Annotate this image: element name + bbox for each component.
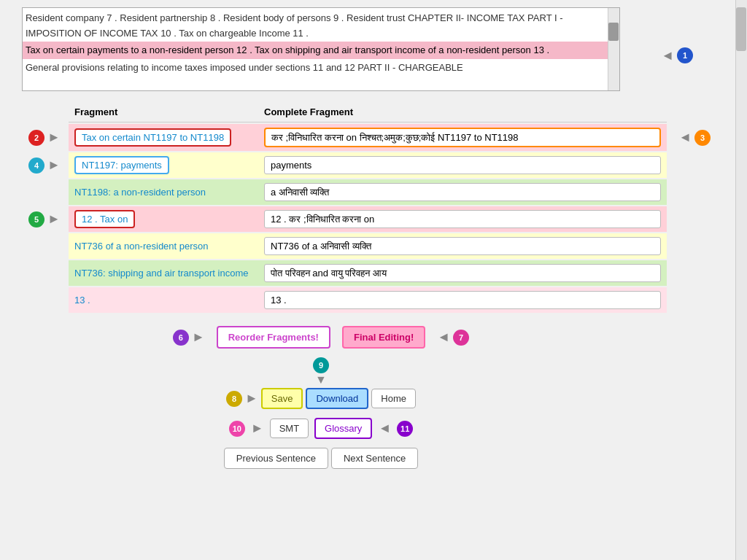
cell-complete-3 bbox=[258, 179, 667, 205]
reorder-button[interactable]: Reorder Fragments! bbox=[217, 326, 330, 349]
badge-4: 4 bbox=[28, 158, 44, 174]
badge-7: 7 bbox=[453, 330, 469, 346]
text-line-3: General provisions relating to income ta… bbox=[26, 61, 605, 76]
scrollbar-thumb bbox=[736, 7, 746, 51]
fragment-label-5: NT736 of a non-resident person bbox=[74, 241, 209, 252]
page: Resident company 7 . Resident partnershi… bbox=[0, 0, 747, 560]
save-download-row: 8 ► Save Download Home bbox=[226, 388, 416, 409]
badge-2: 2 bbox=[28, 130, 44, 146]
badge-6: 6 bbox=[173, 330, 189, 346]
badge-6-area: 6 ► bbox=[173, 330, 205, 346]
fragment-label-3: NT1198: a non-resident person bbox=[74, 187, 206, 198]
cell-fragment-5: NT736 of a non-resident person bbox=[69, 233, 258, 259]
download-badge-container: 9 ▼ bbox=[313, 357, 329, 386]
fragment-label-2: NT1197: payments bbox=[74, 156, 169, 174]
smt-glossary-row: 10 ► SMT Glossary ◄ 11 bbox=[229, 418, 413, 439]
download-button[interactable]: Download bbox=[306, 388, 368, 409]
cell-complete-1 bbox=[258, 124, 667, 151]
cell-complete-7 bbox=[258, 287, 667, 313]
text-line-2-highlighted: Tax on certain payments to a non-residen… bbox=[23, 42, 608, 60]
cell-fragment-1: Tax on certain NT1197 to NT1198 bbox=[69, 124, 258, 151]
text-scrollbar[interactable] bbox=[608, 8, 619, 90]
badge-11: 11 bbox=[397, 421, 413, 437]
reorder-final-row: 6 ► Reorder Fragments! Final Editing! ◄ … bbox=[173, 326, 469, 349]
cell-complete-2 bbox=[258, 152, 667, 178]
nav-row: Previous Sentence Next Sentence bbox=[224, 448, 418, 469]
fragment-label-7: 13 . bbox=[74, 295, 90, 306]
badge-5: 5 bbox=[28, 211, 44, 228]
text-line-1: Resident company 7 . Resident partnershi… bbox=[26, 11, 605, 42]
home-button[interactable]: Home bbox=[371, 389, 416, 408]
final-editing-button[interactable]: Final Editing! bbox=[342, 326, 425, 349]
table-row: 5 ► 12 . Tax on bbox=[69, 206, 667, 232]
cell-complete-5 bbox=[258, 233, 667, 259]
table-row: 13 . bbox=[69, 287, 667, 313]
table-row: NT1198: a non-resident person bbox=[69, 179, 667, 205]
badge-3-container: ◄ 3 bbox=[678, 130, 711, 146]
complete-input-4[interactable] bbox=[264, 210, 661, 228]
fragment-label-4: 12 . Tax on bbox=[74, 210, 135, 228]
badge-1: 1 bbox=[677, 47, 693, 63]
badge-3: 3 bbox=[694, 130, 711, 146]
complete-input-6[interactable] bbox=[264, 264, 661, 282]
badge-8: 8 bbox=[226, 391, 242, 407]
next-sentence-button[interactable]: Next Sentence bbox=[331, 448, 418, 469]
col-header-complete: Complete Fragment bbox=[258, 102, 667, 122]
page-scrollbar[interactable] bbox=[735, 0, 747, 560]
smt-button[interactable]: SMT bbox=[270, 419, 309, 438]
complete-input-5[interactable] bbox=[264, 237, 661, 255]
complete-input-1[interactable] bbox=[264, 128, 661, 147]
cell-fragment-2: NT1197: payments bbox=[69, 152, 258, 178]
buttons-section: 6 ► Reorder Fragments! Final Editing! ◄ … bbox=[22, 326, 620, 469]
badge-2-container: 2 ► bbox=[28, 130, 61, 146]
glossary-button[interactable]: Glossary bbox=[314, 418, 372, 439]
badge-5-container: 5 ► bbox=[28, 211, 61, 228]
fragment-label-6: NT736: shipping and air transport income bbox=[74, 268, 248, 279]
fragment-table-section: Fragment Complete Fragment 2 ► Tax on ce… bbox=[69, 102, 667, 313]
table-row: 4 ► NT1197: payments bbox=[69, 152, 667, 178]
complete-input-7[interactable] bbox=[264, 291, 661, 309]
col-header-fragment: Fragment bbox=[69, 102, 258, 122]
cell-complete-6 bbox=[258, 260, 667, 286]
table-row: NT736: shipping and air transport income bbox=[69, 260, 667, 286]
cell-fragment-3: NT1198: a non-resident person bbox=[69, 179, 258, 205]
table-row: NT736 of a non-resident person bbox=[69, 233, 667, 259]
table-header: Fragment Complete Fragment bbox=[69, 102, 667, 122]
table-row: 2 ► Tax on certain NT1197 to NT1198 ◄ 3 bbox=[69, 124, 667, 151]
text-scrollbar-thumb bbox=[608, 23, 619, 41]
cell-fragment-6: NT736: shipping and air transport income bbox=[69, 260, 258, 286]
complete-input-3[interactable] bbox=[264, 183, 661, 201]
complete-input-2[interactable] bbox=[264, 156, 661, 174]
prev-sentence-button[interactable]: Previous Sentence bbox=[224, 448, 328, 469]
save-button[interactable]: Save bbox=[261, 388, 303, 409]
badge-12: 10 bbox=[229, 421, 245, 437]
badge-1-container: ◄ 1 bbox=[661, 47, 693, 63]
fragment-label-1: Tax on certain NT1197 to NT1198 bbox=[74, 128, 231, 147]
cell-fragment-7: 13 . bbox=[69, 287, 258, 313]
text-scroll-area: Resident company 7 . Resident partnershi… bbox=[22, 7, 620, 91]
badge-7-area: ◄ 7 bbox=[437, 330, 469, 346]
badge-9: 9 bbox=[313, 357, 329, 373]
cell-fragment-4: 12 . Tax on bbox=[69, 206, 258, 232]
badge-4-container: 4 ► bbox=[28, 158, 61, 174]
cell-complete-4 bbox=[258, 206, 667, 232]
